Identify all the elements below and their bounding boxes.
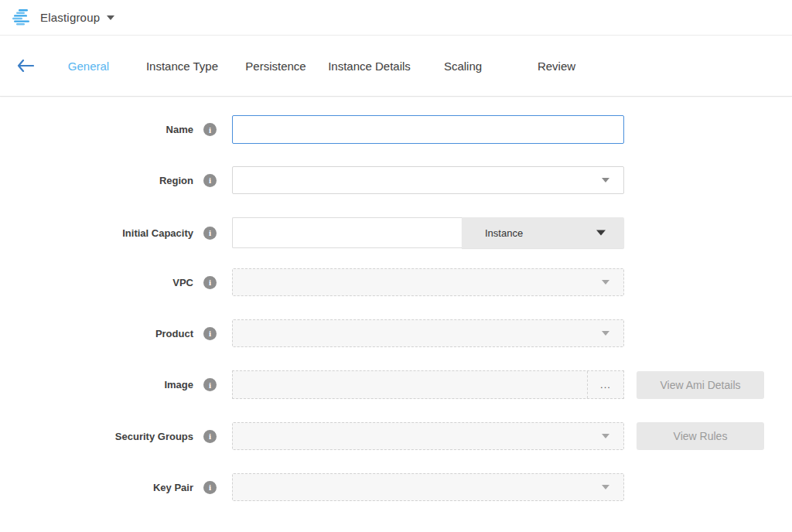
vpc-select	[232, 268, 624, 296]
chevron-down-icon	[596, 230, 606, 236]
elastigroup-logo-icon	[12, 9, 32, 27]
general-settings-form: Name i Region i Initial Capacity i	[0, 97, 792, 501]
region-label: Region	[159, 175, 193, 186]
image-field: ...	[232, 370, 624, 399]
tab-instance-details[interactable]: Instance Details	[323, 52, 416, 80]
form-row-region: Region i	[0, 166, 792, 194]
image-browse-ellipsis-button: ...	[587, 371, 623, 398]
capacity-unit-value: Instance	[485, 227, 523, 239]
app-header: Elastigroup	[0, 0, 792, 36]
form-row-product: Product i	[0, 319, 792, 347]
security-groups-select	[232, 422, 624, 450]
vpc-label: VPC	[172, 277, 193, 288]
chevron-down-icon	[602, 178, 609, 182]
security-groups-label: Security Groups	[115, 431, 193, 442]
name-label: Name	[166, 124, 193, 135]
back-arrow-icon	[17, 60, 34, 72]
form-row-vpc: VPC i	[0, 268, 792, 296]
image-field-value	[233, 371, 587, 398]
tab-general[interactable]: General	[42, 52, 135, 80]
product-select	[232, 319, 624, 347]
name-info-icon[interactable]: i	[203, 123, 217, 136]
vpc-info-icon[interactable]: i	[203, 276, 217, 289]
capacity-unit-select[interactable]: Instance	[462, 217, 624, 248]
product-info-icon[interactable]: i	[203, 327, 217, 340]
initial-capacity-input[interactable]	[232, 217, 462, 248]
tab-scaling[interactable]: Scaling	[416, 52, 510, 80]
form-row-initial-capacity: Initial Capacity i Instance	[0, 217, 792, 248]
initial-capacity-info-icon[interactable]: i	[203, 227, 217, 240]
wizard-tab-bar: General Instance Type Persistence Instan…	[0, 36, 792, 97]
form-row-security-groups: Security Groups i View Rules	[0, 422, 792, 450]
security-groups-info-icon[interactable]: i	[203, 430, 217, 443]
initial-capacity-label: Initial Capacity	[122, 227, 193, 239]
chevron-down-icon	[602, 331, 609, 336]
image-label: Image	[164, 379, 193, 390]
form-row-name: Name i	[0, 115, 792, 144]
tab-instance-type[interactable]: Instance Type	[135, 52, 229, 80]
app-title: Elastigroup	[40, 11, 100, 24]
tab-persistence[interactable]: Persistence	[229, 52, 323, 80]
key-pair-select	[232, 473, 624, 501]
chevron-down-icon	[602, 485, 609, 489]
app-switcher-caret-icon[interactable]	[107, 15, 114, 20]
tab-list: General Instance Type Persistence Instan…	[42, 52, 603, 80]
chevron-down-icon	[602, 280, 609, 285]
chevron-down-icon	[602, 434, 609, 438]
form-row-key-pair: Key Pair i	[0, 473, 792, 501]
view-rules-button: View Rules	[637, 422, 764, 450]
back-button[interactable]	[14, 54, 37, 77]
key-pair-label: Key Pair	[153, 482, 193, 493]
region-info-icon[interactable]: i	[203, 174, 217, 187]
region-select[interactable]	[232, 166, 624, 194]
form-row-image: Image i ... View Ami Details	[0, 370, 792, 399]
view-ami-details-button: View Ami Details	[637, 371, 764, 399]
key-pair-info-icon[interactable]: i	[203, 481, 217, 494]
name-input[interactable]	[232, 115, 624, 144]
product-label: Product	[155, 328, 193, 339]
tab-review[interactable]: Review	[510, 52, 603, 80]
image-info-icon[interactable]: i	[203, 378, 217, 391]
